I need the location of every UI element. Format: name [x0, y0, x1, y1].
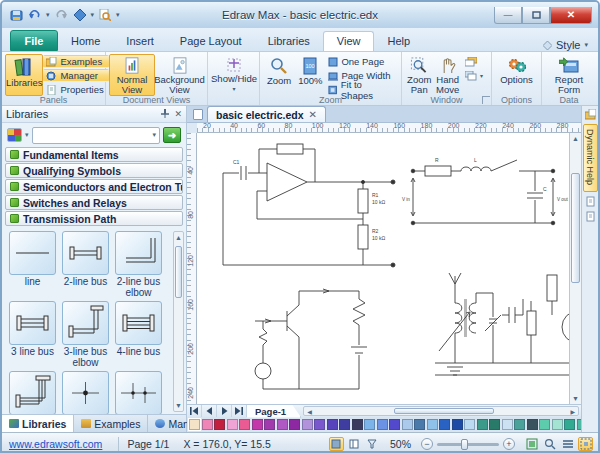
shape-4-line-bus-elbow[interactable]: 4-line bus: [9, 371, 56, 414]
page-tab[interactable]: Page-1: [247, 405, 301, 418]
zoom-button[interactable]: Zoom: [263, 54, 295, 96]
maximize-button[interactable]: [522, 7, 550, 24]
tab-insert[interactable]: Insert: [113, 32, 167, 51]
palette-swatch[interactable]: [452, 419, 463, 430]
panel-close-icon[interactable]: ✕: [174, 109, 182, 120]
palette-swatch[interactable]: [502, 419, 513, 430]
zoom-slider-track[interactable]: [437, 443, 499, 446]
document-close-icon[interactable]: ✕: [309, 109, 317, 120]
shape-junction[interactable]: Junction: [62, 371, 109, 414]
palette-swatch[interactable]: [564, 419, 575, 430]
print-preview-icon[interactable]: [97, 8, 113, 23]
zoom-out-icon[interactable]: −: [421, 438, 433, 450]
category-semiconductors[interactable]: Semiconductors and Electron Tubes: [5, 179, 183, 194]
hand-move-button[interactable]: Hand Move: [433, 54, 461, 96]
scroll-down-icon[interactable]: ▼: [570, 393, 581, 404]
palette-swatch[interactable]: [364, 419, 375, 430]
undo-icon[interactable]: [27, 8, 43, 23]
zoom-100-button[interactable]: 100 100%: [295, 54, 325, 96]
shape-2-line-bus-elbow[interactable]: 2-line bus elbow: [115, 231, 162, 298]
tab-home[interactable]: Home: [58, 32, 113, 51]
arrange-windows-button[interactable]: ▾: [462, 69, 488, 82]
palette-swatch[interactable]: [377, 419, 388, 430]
scroll-right-icon[interactable]: ▶: [567, 408, 578, 415]
scrollbar-thumb[interactable]: [175, 246, 182, 298]
palette-swatch[interactable]: [264, 419, 275, 430]
palette-swatch[interactable]: [489, 419, 500, 430]
dynamic-help-tab[interactable]: Dynamic Help: [583, 124, 598, 192]
palette-swatch[interactable]: [339, 419, 350, 430]
palette-swatch[interactable]: [527, 419, 538, 430]
save-icon[interactable]: [8, 8, 24, 23]
scroll-up-icon[interactable]: ▲: [174, 232, 183, 243]
prev-page-button[interactable]: [202, 405, 217, 417]
minimize-button[interactable]: —: [494, 7, 522, 24]
normal-view-button[interactable]: Normal View: [109, 54, 155, 96]
panel-tab-examples[interactable]: Examples: [74, 415, 148, 432]
shape-2-line-bus[interactable]: 2-line bus: [62, 231, 109, 298]
shape-3-line-bus[interactable]: 3 line bus: [9, 301, 56, 368]
palette-swatch[interactable]: [252, 419, 263, 430]
panel-tab-libraries[interactable]: Libraries: [2, 415, 74, 432]
tab-view[interactable]: View: [323, 31, 375, 51]
palette-swatch[interactable]: [352, 419, 363, 430]
tab-help[interactable]: Help: [374, 32, 423, 51]
fit-page-icon[interactable]: [524, 437, 539, 451]
palette-swatch[interactable]: [514, 419, 525, 430]
palette-swatch[interactable]: [239, 419, 250, 430]
options-button[interactable]: Options: [495, 54, 538, 96]
shape-4-line-bus[interactable]: 4-line bus: [115, 301, 162, 368]
palette-swatch[interactable]: [414, 419, 425, 430]
palette-swatch[interactable]: [477, 419, 488, 430]
scrollbar-thumb[interactable]: [571, 173, 580, 283]
zoom-in-icon[interactable]: +: [503, 438, 515, 450]
first-page-button[interactable]: [187, 405, 202, 417]
zoom-slider-thumb[interactable]: [461, 439, 468, 450]
style-dropdown-icon[interactable]: ▾: [584, 41, 588, 49]
library-search-combobox[interactable]: ▾: [32, 127, 160, 144]
scroll-down-icon[interactable]: ▼: [174, 400, 183, 411]
palette-swatch[interactable]: [552, 419, 563, 430]
palette-swatch[interactable]: [439, 419, 450, 430]
shape-line[interactable]: line: [9, 231, 56, 298]
library-view-dropdown-icon[interactable]: ▾: [25, 131, 29, 139]
help-page-icon[interactable]: [585, 196, 596, 207]
normal-view-mode-icon[interactable]: [329, 437, 344, 451]
document-tab[interactable]: basic electric.edx ✕: [207, 106, 326, 122]
report-form-button[interactable]: Report Form: [545, 54, 593, 96]
shape-3-line-bus-elbow[interactable]: 3-line bus elbow: [62, 301, 109, 368]
tab-libraries[interactable]: Libraries: [255, 32, 323, 51]
palette-swatch[interactable]: [314, 419, 325, 430]
redo-icon[interactable]: [53, 8, 69, 23]
palette-swatch[interactable]: [277, 419, 288, 430]
scrollbar-thumb[interactable]: [394, 408, 494, 414]
show-hide-button[interactable]: Show/Hide ▾: [211, 54, 257, 96]
shape-junction-2[interactable]: Junction/: [115, 371, 162, 414]
palette-swatch[interactable]: [189, 419, 200, 430]
last-page-button[interactable]: [232, 405, 247, 417]
style-selector[interactable]: Style ▾: [543, 39, 598, 51]
category-qualifying-symbols[interactable]: Qualifying Symbols: [5, 163, 183, 178]
palette-swatch[interactable]: [389, 419, 400, 430]
help-page-icon[interactable]: [585, 211, 596, 222]
category-fundamental-items[interactable]: Fundamental Items: [5, 147, 183, 162]
customize-qat-icon[interactable]: ▾: [116, 11, 120, 19]
new-window-button[interactable]: [462, 55, 488, 68]
palette-swatch[interactable]: [202, 419, 213, 430]
category-switches-relays[interactable]: Switches and Relays: [5, 195, 183, 210]
scroll-left-icon[interactable]: ◀: [304, 408, 315, 415]
palette-swatch[interactable]: [402, 419, 413, 430]
close-button[interactable]: ✕: [550, 7, 592, 24]
vertical-scrollbar[interactable]: ▲ ▼: [569, 133, 581, 404]
pin-icon[interactable]: [161, 109, 169, 120]
combo-dropdown-icon[interactable]: ▾: [152, 131, 159, 139]
palette-swatch[interactable]: [427, 419, 438, 430]
insert-dropdown-icon[interactable]: ▾: [91, 11, 95, 19]
page-view-mode-icon[interactable]: [347, 437, 362, 451]
examples-button[interactable]: Examples: [43, 55, 108, 68]
palette-swatch[interactable]: [327, 419, 338, 430]
category-transmission-path[interactable]: Transmission Path: [5, 211, 183, 226]
palette-swatch[interactable]: [464, 419, 475, 430]
palette-swatch[interactable]: [227, 419, 238, 430]
background-view-button[interactable]: Background View: [155, 54, 204, 96]
